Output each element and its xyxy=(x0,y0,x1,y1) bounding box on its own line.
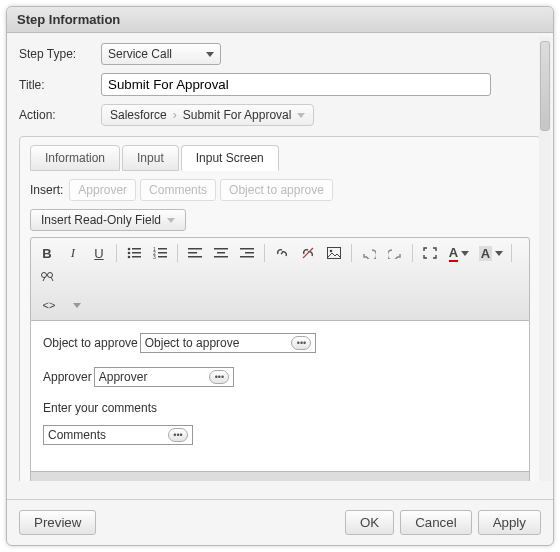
field-label-object: Object to approve xyxy=(43,336,138,350)
svg-rect-12 xyxy=(188,248,202,250)
svg-rect-14 xyxy=(188,256,202,258)
chevron-down-icon xyxy=(167,218,175,223)
step-type-label: Step Type: xyxy=(19,47,101,61)
preview-button[interactable]: Preview xyxy=(19,510,96,535)
italic-button[interactable]: I xyxy=(61,242,85,264)
svg-rect-20 xyxy=(240,256,254,258)
tab-input-screen[interactable]: Input Screen xyxy=(181,145,279,171)
link-button[interactable] xyxy=(270,242,294,264)
bg-color-button[interactable]: A xyxy=(476,242,506,264)
svg-rect-13 xyxy=(188,252,197,254)
unlink-button[interactable] xyxy=(296,242,320,264)
title-label: Title: xyxy=(19,78,101,92)
step-type-value: Service Call xyxy=(108,47,172,61)
step-type-select[interactable]: Service Call xyxy=(101,43,221,65)
tab-input[interactable]: Input xyxy=(122,145,179,171)
svg-rect-22 xyxy=(328,248,341,259)
undo-button[interactable] xyxy=(357,242,381,264)
bullet-list-button[interactable] xyxy=(122,242,146,264)
svg-rect-16 xyxy=(217,252,225,254)
svg-rect-19 xyxy=(245,252,254,254)
separator xyxy=(177,244,178,262)
insert-label: Insert: xyxy=(30,183,63,197)
numbered-list-button[interactable]: 123 xyxy=(148,242,172,264)
field-approver[interactable]: Approver ••• xyxy=(94,367,235,387)
action-label: Action: xyxy=(19,108,101,122)
svg-rect-17 xyxy=(214,256,228,258)
chevron-down-icon xyxy=(495,251,503,256)
svg-rect-3 xyxy=(132,252,141,254)
ellipsis-icon[interactable]: ••• xyxy=(168,428,188,442)
svg-rect-1 xyxy=(132,248,141,250)
separator xyxy=(412,244,413,262)
title-input[interactable] xyxy=(101,73,491,96)
svg-point-24 xyxy=(42,273,47,278)
editor-toolbar: B I U 123 A A xyxy=(30,237,530,321)
apply-button[interactable]: Apply xyxy=(478,510,541,535)
source-button[interactable]: <> xyxy=(35,294,63,316)
svg-rect-5 xyxy=(132,256,141,258)
chevron-down-icon xyxy=(206,52,214,57)
cancel-button[interactable]: Cancel xyxy=(400,510,472,535)
dialog-body: Step Type: Service Call Title: Action: S… xyxy=(7,33,553,481)
svg-rect-11 xyxy=(158,256,167,258)
svg-point-23 xyxy=(330,250,333,253)
separator xyxy=(511,244,512,262)
field-object-to-approve[interactable]: Object to approve ••• xyxy=(140,333,317,353)
align-right-button[interactable] xyxy=(235,242,259,264)
dialog-title: Step Information xyxy=(7,7,553,33)
redo-button[interactable] xyxy=(383,242,407,264)
svg-point-25 xyxy=(48,273,53,278)
svg-rect-9 xyxy=(158,252,167,254)
separator xyxy=(116,244,117,262)
svg-text:3: 3 xyxy=(153,254,156,259)
tab-information[interactable]: Information xyxy=(30,145,120,171)
scrollbar[interactable] xyxy=(539,37,551,481)
more-dropdown[interactable] xyxy=(65,294,89,316)
fullscreen-button[interactable] xyxy=(418,242,442,264)
text-color-button[interactable]: A xyxy=(444,242,474,264)
field-label-approver: Approver xyxy=(43,370,92,384)
svg-rect-7 xyxy=(158,248,167,250)
insert-readonly-label: Insert Read-Only Field xyxy=(41,213,161,227)
tab-panel: Information Input Input Screen Insert: A… xyxy=(19,136,541,481)
ellipsis-icon[interactable]: ••• xyxy=(209,370,229,384)
svg-line-27 xyxy=(51,277,53,281)
chevron-down-icon xyxy=(73,303,81,308)
separator xyxy=(264,244,265,262)
chevron-right-icon: › xyxy=(173,108,177,122)
svg-point-0 xyxy=(128,248,131,251)
svg-point-2 xyxy=(128,252,131,255)
insert-row: Insert: Approver Comments Object to appr… xyxy=(30,179,530,201)
field-comments[interactable]: Comments ••• xyxy=(43,425,193,445)
svg-rect-15 xyxy=(214,248,228,250)
action-selector[interactable]: Salesforce › Submit For Approval xyxy=(101,104,314,126)
align-center-button[interactable] xyxy=(209,242,233,264)
dialog-footer: Preview OK Cancel Apply xyxy=(7,499,553,545)
tabs: Information Input Input Screen xyxy=(30,145,530,171)
ok-button[interactable]: OK xyxy=(345,510,394,535)
svg-point-4 xyxy=(128,256,131,259)
chevron-down-icon xyxy=(461,251,469,256)
underline-button[interactable]: U xyxy=(87,242,111,264)
insert-chip-object[interactable]: Object to approve xyxy=(220,179,333,201)
svg-rect-18 xyxy=(240,248,254,250)
insert-readonly-dropdown[interactable]: Insert Read-Only Field xyxy=(30,209,186,231)
align-left-button[interactable] xyxy=(183,242,207,264)
ellipsis-icon[interactable]: ••• xyxy=(291,336,311,350)
insert-chip-approver[interactable]: Approver xyxy=(69,179,136,201)
find-button[interactable] xyxy=(35,266,59,288)
action-part-1: Salesforce xyxy=(110,108,167,122)
action-part-2: Submit For Approval xyxy=(183,108,292,122)
image-button[interactable] xyxy=(322,242,346,264)
insert-chip-comments[interactable]: Comments xyxy=(140,179,216,201)
chevron-down-icon xyxy=(297,113,305,118)
editor-area[interactable]: Object to approve Object to approve ••• … xyxy=(30,321,530,472)
comments-label: Enter your comments xyxy=(43,401,517,415)
bold-button[interactable]: B xyxy=(35,242,59,264)
step-information-dialog: Step Information Step Type: Service Call… xyxy=(6,6,554,546)
scrollbar-thumb[interactable] xyxy=(540,41,550,131)
editor-footer xyxy=(30,472,530,481)
separator xyxy=(351,244,352,262)
